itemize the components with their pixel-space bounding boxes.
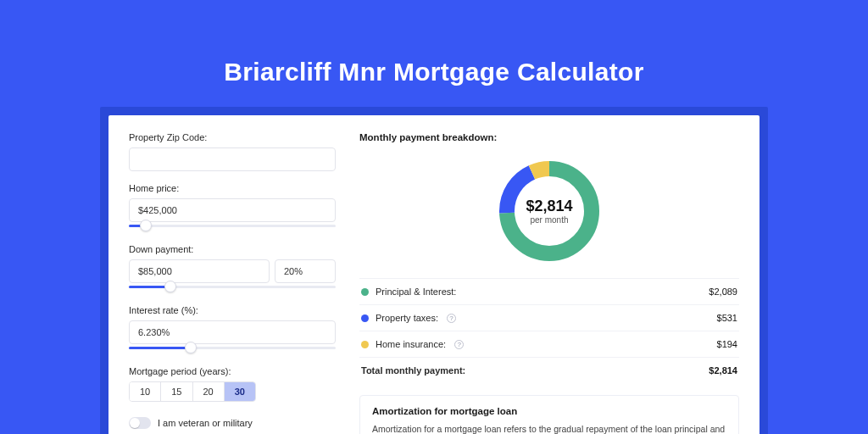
info-icon[interactable]: ? bbox=[454, 340, 464, 349]
down-payment-field: Down payment: bbox=[129, 244, 336, 293]
period-segmented: 10152030 bbox=[129, 381, 256, 402]
period-option-10[interactable]: 10 bbox=[130, 382, 161, 401]
breakdown-row: Principal & Interest:$2,089 bbox=[359, 279, 739, 305]
home-price-label: Home price: bbox=[129, 183, 336, 193]
form-column: Property Zip Code: Home price: Down paym… bbox=[129, 132, 336, 434]
period-field: Mortgage period (years): 10152030 bbox=[129, 366, 336, 402]
content-band: Property Zip Code: Home price: Down paym… bbox=[100, 107, 768, 434]
breakdown-item-label: Principal & Interest: bbox=[376, 287, 456, 297]
breakdown-total-row: Total monthly payment:$2,814 bbox=[359, 358, 739, 383]
breakdown-item-label: Home insurance: bbox=[376, 339, 446, 349]
breakdown-item-label: Property taxes: bbox=[376, 313, 438, 323]
home-price-input[interactable] bbox=[129, 198, 336, 222]
down-payment-label: Down payment: bbox=[129, 244, 336, 254]
breakdown-title: Monthly payment breakdown: bbox=[359, 132, 739, 142]
calculator-panel: Property Zip Code: Home price: Down paym… bbox=[108, 115, 760, 434]
veteran-row: I am veteran or military bbox=[129, 417, 336, 429]
breakdown-total-value: $2,814 bbox=[709, 365, 737, 376]
veteran-toggle[interactable] bbox=[129, 417, 151, 429]
period-label: Mortgage period (years): bbox=[129, 366, 336, 376]
amortization-title: Amortization for mortgage loan bbox=[372, 406, 726, 416]
interest-rate-slider[interactable] bbox=[129, 342, 336, 354]
home-price-slider[interactable] bbox=[129, 220, 336, 232]
breakdown-row: Home insurance:?$194 bbox=[359, 331, 739, 358]
legend-dot bbox=[361, 314, 369, 322]
breakdown-item-value: $531 bbox=[717, 313, 737, 323]
amortization-card: Amortization for mortgage loan Amortizat… bbox=[359, 395, 739, 434]
amortization-text: Amortization for a mortgage loan refers … bbox=[372, 423, 726, 434]
zip-input[interactable] bbox=[129, 147, 336, 171]
page-title: Briarcliff Mnr Mortgage Calculator bbox=[0, 0, 868, 86]
period-option-20[interactable]: 20 bbox=[193, 382, 225, 401]
donut-area: $2,814 per month bbox=[359, 149, 739, 278]
breakdown-item-value: $194 bbox=[717, 339, 737, 349]
period-option-30[interactable]: 30 bbox=[225, 382, 255, 401]
period-option-15[interactable]: 15 bbox=[161, 382, 192, 401]
zip-field: Property Zip Code: bbox=[129, 132, 336, 171]
legend-dot bbox=[361, 288, 369, 296]
legend-dot bbox=[361, 341, 369, 348]
breakdown-rows: Principal & Interest:$2,089Property taxe… bbox=[359, 278, 739, 383]
interest-rate-field: Interest rate (%): bbox=[129, 305, 336, 354]
breakdown-total-label: Total monthly payment: bbox=[361, 365, 465, 376]
donut-sub: per month bbox=[530, 215, 568, 225]
home-price-field: Home price: bbox=[129, 183, 336, 232]
interest-rate-input[interactable] bbox=[129, 320, 336, 344]
breakdown-row: Property taxes:?$531 bbox=[359, 305, 739, 331]
zip-label: Property Zip Code: bbox=[129, 132, 336, 142]
donut-chart: $2,814 per month bbox=[494, 156, 604, 266]
interest-rate-label: Interest rate (%): bbox=[129, 305, 336, 315]
down-payment-input[interactable] bbox=[129, 259, 270, 283]
veteran-label: I am veteran or military bbox=[158, 418, 253, 428]
down-payment-pct-input[interactable] bbox=[275, 259, 336, 283]
info-icon[interactable]: ? bbox=[447, 314, 456, 323]
breakdown-column: Monthly payment breakdown: $2,814 per mo… bbox=[359, 132, 739, 434]
donut-value: $2,814 bbox=[526, 198, 572, 215]
down-payment-slider[interactable] bbox=[129, 281, 336, 293]
breakdown-item-value: $2,089 bbox=[709, 287, 737, 297]
